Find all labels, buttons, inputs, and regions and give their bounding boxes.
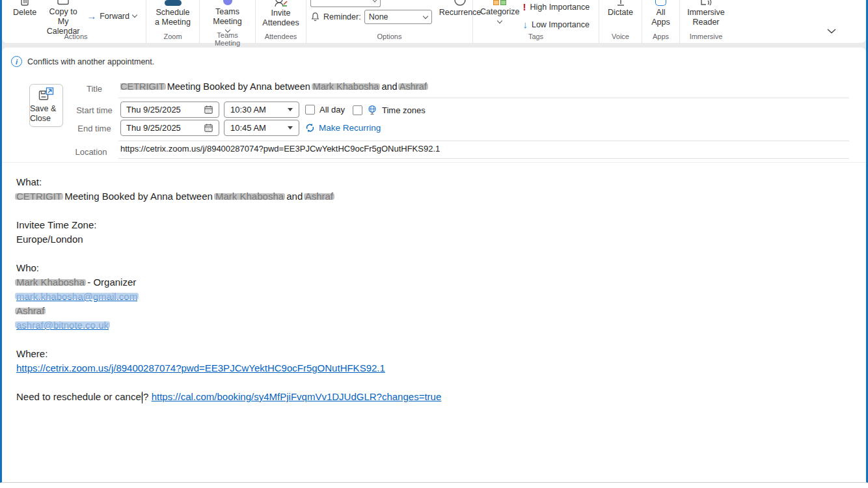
all-day-label: All day bbox=[319, 105, 345, 115]
zoom-camera-icon bbox=[165, 0, 182, 6]
title-label: Title bbox=[59, 84, 130, 94]
teams-icon bbox=[223, 0, 232, 5]
immersive-reader-button[interactable]: Immersive Reader bbox=[684, 0, 728, 27]
time-zones-checkbox[interactable] bbox=[353, 105, 362, 115]
teams-items: Teams Meeting bbox=[204, 0, 251, 31]
high-importance-button[interactable]: ! High Importance bbox=[522, 1, 590, 12]
group-label-attendees: Attendees bbox=[260, 33, 302, 40]
group-label-immersive: Immersive bbox=[684, 33, 728, 40]
ribbon-group-teams: Teams Meeting Teams Meeting bbox=[200, 0, 256, 43]
chevron-down-icon bbox=[132, 12, 137, 18]
title-text-1: Meeting Booked by Anna between bbox=[165, 81, 313, 92]
options-items: Reminder: None Recurrence bbox=[310, 0, 468, 31]
time-zones-checkbox-row: Time zones bbox=[353, 105, 426, 115]
reminder-select[interactable]: None bbox=[364, 10, 432, 24]
reminder-value: None bbox=[369, 12, 388, 21]
zoom-items: Schedule a Meeting bbox=[150, 0, 195, 31]
ribbon-group-actions: Delete Copy to My Calendar → Forward Act… bbox=[6, 0, 146, 43]
ribbon-group-tags: Categorize ! High Importance ↓ Low Impor… bbox=[473, 0, 599, 43]
trash-icon bbox=[19, 0, 31, 6]
location-field[interactable]: https://cetrix.zoom.us/j/89400287074?pwd… bbox=[120, 144, 847, 154]
appointment-form-panel: i Conflicts with another appointment. Sa… bbox=[2, 47, 866, 482]
organizer-suffix: - Organizer bbox=[85, 277, 136, 288]
copy-to-my-calendar-button[interactable]: Copy to My Calendar bbox=[40, 0, 87, 36]
show-as-dropdown[interactable] bbox=[310, 0, 381, 7]
globe-icon bbox=[367, 105, 377, 115]
attendee-name-redacted: Ashraf bbox=[16, 305, 44, 316]
end-time-label: End time bbox=[59, 124, 130, 133]
organizer-name-redacted: Mark Khabosha bbox=[16, 277, 85, 288]
zoom-meeting-link[interactable]: https://cetrix.zoom.us/j/89400287074?pwd… bbox=[16, 362, 385, 373]
appointment-window: Delete Copy to My Calendar → Forward Act… bbox=[0, 0, 868, 483]
dictate-button[interactable]: Dictate bbox=[604, 0, 636, 18]
conflict-text: Conflicts with another appointment. bbox=[27, 57, 154, 66]
immersive-reader-label: Immersive Reader bbox=[687, 8, 725, 27]
collapse-ribbon-chevron-icon[interactable] bbox=[827, 29, 836, 34]
what-text-1: Meeting Booked by Anna between bbox=[62, 191, 215, 202]
low-importance-button[interactable]: ↓ Low Importance bbox=[522, 19, 590, 30]
high-importance-label: High Importance bbox=[530, 3, 590, 12]
invitee-tz-value: Europe/London bbox=[16, 234, 853, 247]
delete-label: Delete bbox=[13, 8, 36, 18]
group-label-tags: Tags bbox=[477, 33, 595, 40]
reminder-stack: Reminder: None bbox=[310, 0, 432, 24]
what-redacted-1: CETRIGIT bbox=[16, 191, 62, 202]
categorize-button[interactable]: Categorize bbox=[477, 0, 522, 23]
invitee-tz-label: Invitee Time Zone: bbox=[16, 219, 853, 233]
where-label: Where: bbox=[16, 348, 853, 362]
save-close-icon bbox=[38, 87, 54, 102]
start-date-value: Thu 9/25/2025 bbox=[126, 105, 181, 115]
teams-meeting-label: Teams Meeting bbox=[208, 7, 248, 27]
teams-meeting-button[interactable]: Teams Meeting bbox=[204, 0, 251, 32]
what-redacted-3: Ashraf bbox=[305, 191, 333, 202]
start-time-value: 10:30 AM bbox=[230, 105, 266, 115]
attendees-items: Invite Attendees bbox=[260, 0, 302, 31]
start-date-picker[interactable]: Thu 9/25/2025 bbox=[120, 102, 219, 118]
ribbon-group-attendees: Invite Attendees Attendees bbox=[256, 0, 306, 43]
attendee-email-line: ashraf@bitnote.co.uk bbox=[16, 319, 853, 333]
reschedule-link[interactable]: https://cal.com/booking/sy4MfPjiFvqmVv1D… bbox=[152, 391, 442, 402]
text-cursor bbox=[142, 392, 142, 403]
location-topline bbox=[118, 141, 849, 141]
voice-items: Dictate bbox=[603, 0, 638, 31]
end-time-dropdown[interactable]: 10:45 AM bbox=[224, 120, 299, 136]
green-category-icon bbox=[500, 0, 506, 5]
calendar-icon bbox=[57, 0, 69, 5]
schedule-a-meeting-button[interactable]: Schedule a Meeting bbox=[150, 0, 195, 27]
attendee-line: Ashraf bbox=[16, 305, 853, 319]
what-line: CETRIGIT Meeting Booked by Anna between … bbox=[16, 191, 853, 204]
title-field[interactable]: CETRIGIT Meeting Booked by Anna between … bbox=[120, 81, 847, 92]
orange-category-icon bbox=[493, 0, 499, 5]
start-time-dropdown[interactable]: 10:30 AM bbox=[224, 102, 299, 118]
all-day-checkbox[interactable] bbox=[305, 105, 315, 115]
start-time-label: Start time bbox=[59, 105, 130, 115]
chevron-down-icon bbox=[497, 18, 502, 23]
organizer-email-link[interactable]: mark.khabosha@gmail.com bbox=[16, 291, 137, 302]
chevron-down-icon bbox=[373, 0, 377, 2]
all-apps-button[interactable]: All Apps bbox=[646, 0, 675, 27]
end-date-picker[interactable]: Thu 9/25/2025 bbox=[120, 120, 219, 136]
organizer-email-line: mark.khabosha@gmail.com bbox=[16, 291, 853, 305]
reminder-label: Reminder: bbox=[323, 12, 361, 21]
ribbon-group-zoom: Schedule a Meeting Zoom bbox=[146, 0, 200, 43]
invite-label: Invite Attendees bbox=[262, 8, 299, 28]
delete-button[interactable]: Delete bbox=[10, 0, 40, 18]
invite-attendees-button[interactable]: Invite Attendees bbox=[259, 0, 302, 28]
forward-button[interactable]: → Forward bbox=[87, 10, 137, 21]
immersive-reader-icon bbox=[699, 0, 712, 6]
microphone-icon bbox=[616, 0, 625, 6]
reschedule-text: Need to reschedule or cancel? bbox=[16, 391, 152, 402]
attendee-email-link[interactable]: ashraf@bitnote.co.uk bbox=[16, 319, 109, 331]
title-underline bbox=[118, 98, 849, 98]
location-label: Location bbox=[55, 147, 127, 157]
reschedule-line: Need to reschedule or cancel? https://ca… bbox=[16, 391, 853, 405]
ribbon-group-apps: All Apps Apps bbox=[642, 0, 680, 43]
make-recurring-button[interactable]: Make Recurring bbox=[305, 123, 381, 133]
end-time-value: 10:45 AM bbox=[230, 123, 266, 133]
dropdown-arrow-icon bbox=[288, 108, 293, 111]
dictate-label: Dictate bbox=[608, 8, 633, 18]
group-label-options: Options bbox=[310, 33, 468, 40]
group-label-teams: Teams Meeting bbox=[204, 31, 251, 47]
what-label: What: bbox=[16, 176, 853, 190]
title-redacted-1: CETRIGIT bbox=[120, 81, 165, 92]
